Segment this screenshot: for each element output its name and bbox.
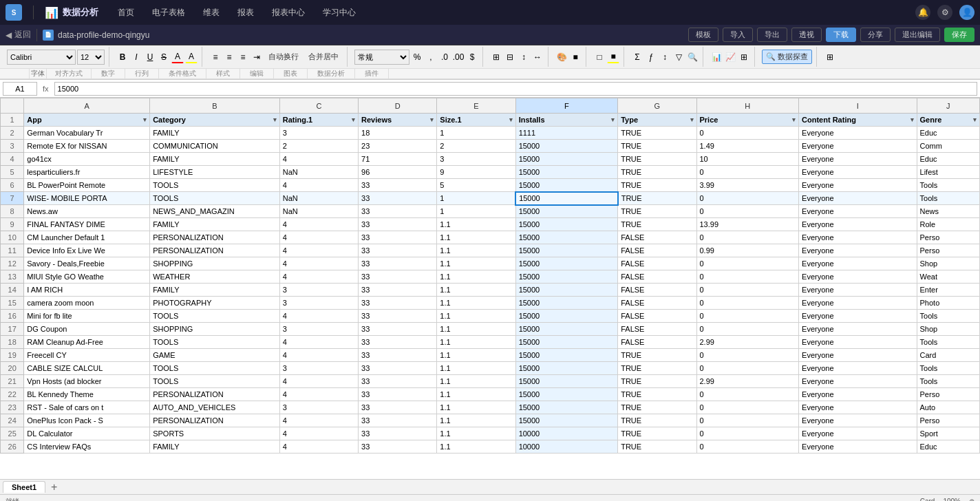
cell-r22-c6[interactable]: TRUE xyxy=(618,388,696,401)
cell-r20-c4[interactable]: 1.1 xyxy=(437,362,515,375)
nav-home[interactable]: 首页 xyxy=(109,4,142,21)
cell-r13-c7[interactable]: 0 xyxy=(696,270,799,284)
cell-r24-c5[interactable]: 15000 xyxy=(515,414,618,427)
cell-r15-c6[interactable]: FALSE xyxy=(618,297,696,310)
cell-r16-c7[interactable]: 0 xyxy=(696,310,799,323)
cell-r14-c2[interactable]: 3 xyxy=(279,284,358,297)
nav-report[interactable]: 报表 xyxy=(229,4,262,21)
cell-r24-c2[interactable]: 4 xyxy=(279,414,358,427)
cell-r14-c8[interactable]: Everyone xyxy=(799,284,917,297)
cell-r20-c1[interactable]: TOOLS xyxy=(150,362,280,375)
decrease-decimal-button[interactable]: .00 xyxy=(452,51,465,63)
align-center-button[interactable]: ≡ xyxy=(223,51,235,63)
plugin-button[interactable]: ⊞ xyxy=(824,51,836,63)
cell-r17-c1[interactable]: SHOPPING xyxy=(150,323,280,336)
cell-r4-c6[interactable]: TRUE xyxy=(618,153,696,166)
cell-r23-c4[interactable]: 1.1 xyxy=(437,401,515,414)
cell-r2-c2[interactable]: 3 xyxy=(279,127,358,140)
cell-r12-c8[interactable]: Everyone xyxy=(799,257,917,270)
cell-r5-c4[interactable]: 9 xyxy=(437,166,515,179)
cell-r6-c9[interactable]: Tools xyxy=(917,179,979,192)
merge-center-button[interactable]: 合并居中 xyxy=(304,50,343,64)
col-header-F[interactable]: F xyxy=(515,98,618,114)
cell-r23-c3[interactable]: 33 xyxy=(359,401,437,414)
cell-r16-c8[interactable]: Everyone xyxy=(799,310,917,323)
percent-button[interactable]: % xyxy=(411,51,423,63)
cell-r3-c9[interactable]: Comm xyxy=(917,140,979,153)
cell-r9-c8[interactable]: Everyone xyxy=(799,218,917,231)
header-cell-2[interactable]: Rating.1▾ xyxy=(279,114,358,127)
format-select[interactable]: 常规 xyxy=(354,50,409,65)
cell-r18-c4[interactable]: 1.1 xyxy=(437,336,515,349)
cell-r25-c6[interactable]: TRUE xyxy=(618,427,696,440)
cell-r17-c4[interactable]: 1.1 xyxy=(437,323,515,336)
cell-r13-c0[interactable]: MIUI Style GO Weathe xyxy=(24,270,150,284)
cell-r10-c2[interactable]: 4 xyxy=(279,231,358,244)
cell-r2-c6[interactable]: TRUE xyxy=(618,127,696,140)
cell-r10-c1[interactable]: PERSONALIZATION xyxy=(150,231,280,244)
cell-r15-c4[interactable]: 1.1 xyxy=(437,297,515,310)
sum-button[interactable]: Σ xyxy=(631,51,643,63)
cell-r24-c9[interactable]: Perso xyxy=(917,414,979,427)
cell-r14-c0[interactable]: I AM RICH xyxy=(24,284,150,297)
cell-r9-c5[interactable]: 15000 xyxy=(515,218,618,231)
cell-r14-c1[interactable]: FAMILY xyxy=(150,284,280,297)
cell-r22-c2[interactable]: 4 xyxy=(279,388,358,401)
cell-r2-c3[interactable]: 18 xyxy=(359,127,437,140)
cell-r3-c4[interactable]: 2 xyxy=(437,140,515,153)
cell-r26-c9[interactable]: Educ xyxy=(917,440,979,454)
cell-r9-c2[interactable]: 4 xyxy=(279,218,358,231)
cell-r25-c4[interactable]: 1.1 xyxy=(437,427,515,440)
cell-r7-c5[interactable]: 15000 xyxy=(515,192,618,205)
back-button[interactable]: ◀ 返回 xyxy=(6,29,31,41)
user-avatar[interactable]: 👤 xyxy=(959,5,974,20)
cell-r18-c0[interactable]: RAM Cleanup Ad-Free xyxy=(24,336,150,349)
col-header-C[interactable]: C xyxy=(279,98,358,114)
cell-r9-c4[interactable]: 1.1 xyxy=(437,218,515,231)
cell-r8-c9[interactable]: News xyxy=(917,205,979,218)
cell-r17-c3[interactable]: 33 xyxy=(359,323,437,336)
cell-r16-c2[interactable]: 4 xyxy=(279,310,358,323)
cell-r21-c2[interactable]: 4 xyxy=(279,375,358,388)
pivot-button[interactable]: ⊞ xyxy=(738,51,750,63)
cell-r25-c8[interactable]: Everyone xyxy=(799,427,917,440)
cell-r19-c1[interactable]: GAME xyxy=(150,349,280,362)
cell-r13-c8[interactable]: Everyone xyxy=(799,270,917,284)
cell-r26-c1[interactable]: FAMILY xyxy=(150,440,280,454)
cell-r14-c7[interactable]: 0 xyxy=(696,284,799,297)
cell-r18-c9[interactable]: Tools xyxy=(917,336,979,349)
cell-r15-c7[interactable]: 0 xyxy=(696,297,799,310)
header-cell-1[interactable]: Category▾ xyxy=(150,114,280,127)
cell-r8-c0[interactable]: News.aw xyxy=(24,205,150,218)
cell-r20-c3[interactable]: 33 xyxy=(359,362,437,375)
header-cell-4[interactable]: Size.1▾ xyxy=(437,114,515,127)
cell-r22-c1[interactable]: PERSONALIZATION xyxy=(150,388,280,401)
cell-r7-c8[interactable]: Everyone xyxy=(799,192,917,205)
delete-row-button[interactable]: ⊟ xyxy=(504,51,516,63)
cell-r3-c0[interactable]: Remote EX for NISSAN xyxy=(24,140,150,153)
cell-r13-c6[interactable]: FALSE xyxy=(618,270,696,284)
cell-r18-c7[interactable]: 2.99 xyxy=(696,336,799,349)
cell-r9-c6[interactable]: TRUE xyxy=(618,218,696,231)
cell-r4-c4[interactable]: 3 xyxy=(437,153,515,166)
cell-r14-c3[interactable]: 33 xyxy=(359,284,437,297)
cell-r7-c9[interactable]: Tools xyxy=(917,192,979,205)
cell-r24-c1[interactable]: PERSONALIZATION xyxy=(150,414,280,427)
header-cell-6[interactable]: Type▾ xyxy=(618,114,696,127)
cell-r26-c3[interactable]: 33 xyxy=(359,440,437,454)
cell-r26-c6[interactable]: TRUE xyxy=(618,440,696,454)
col-header-J[interactable]: J xyxy=(917,98,979,114)
cell-r19-c3[interactable]: 33 xyxy=(359,349,437,362)
cell-r25-c7[interactable]: 0 xyxy=(696,427,799,440)
cell-r15-c9[interactable]: Photo xyxy=(917,297,979,310)
cell-r8-c7[interactable]: 0 xyxy=(696,205,799,218)
cell-r22-c3[interactable]: 33 xyxy=(359,388,437,401)
cell-r5-c3[interactable]: 96 xyxy=(359,166,437,179)
cell-r22-c7[interactable]: 0 xyxy=(696,388,799,401)
cell-r16-c6[interactable]: FALSE xyxy=(618,310,696,323)
header-cell-0[interactable]: App▾ xyxy=(24,114,150,127)
cell-r25-c5[interactable]: 10000 xyxy=(515,427,618,440)
cell-r22-c0[interactable]: BL Kennedy Theme xyxy=(24,388,150,401)
font-family-select[interactable]: Calibri xyxy=(7,50,76,65)
cell-r7-c1[interactable]: TOOLS xyxy=(150,192,280,205)
